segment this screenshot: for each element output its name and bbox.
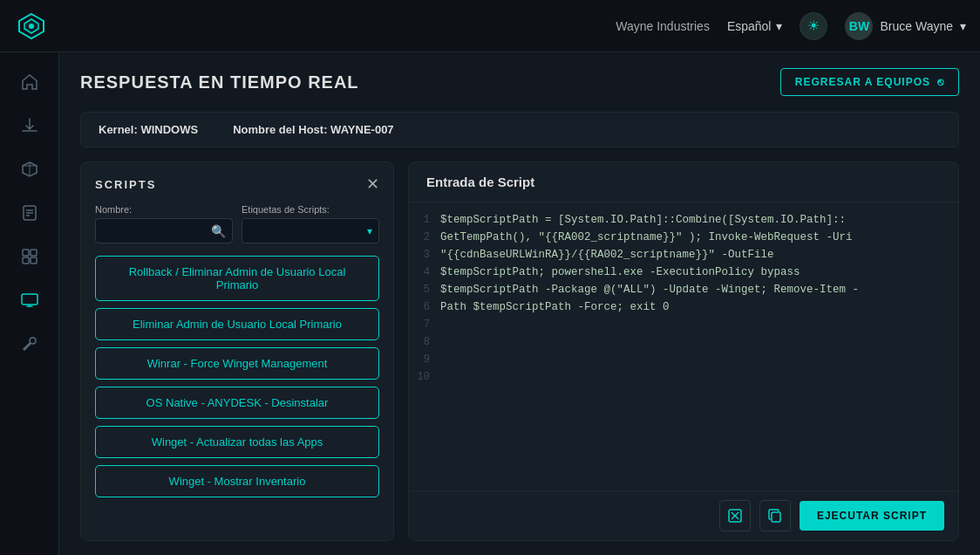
hostname-info: Nombre del Host: WAYNE-007 bbox=[233, 123, 393, 136]
script-item[interactable]: Winget - Mostrar Inventario bbox=[95, 465, 379, 497]
nombre-label: Nombre: bbox=[95, 204, 233, 215]
theme-toggle[interactable]: ☀ bbox=[800, 12, 827, 40]
chevron-down-icon: ▾ bbox=[960, 19, 966, 33]
etiquetas-label: Etiquetas de Scripts: bbox=[242, 204, 379, 215]
scripts-list: Rollback / Eliminar Admin de Usuario Loc… bbox=[95, 256, 379, 526]
line-number: 10 bbox=[409, 371, 440, 383]
line-number: 8 bbox=[409, 336, 440, 348]
code-line: 5$tempScriptPath -Package @("ALL") -Upda… bbox=[409, 283, 958, 300]
back-button[interactable]: REGRESAR A EQUIPOS ⎋ bbox=[780, 68, 959, 96]
sidebar-item-monitor[interactable] bbox=[10, 281, 49, 319]
language-label: Español bbox=[727, 19, 772, 33]
clear-button[interactable] bbox=[719, 500, 751, 531]
sidebar-item-download[interactable] bbox=[10, 106, 49, 145]
line-number: 9 bbox=[409, 353, 440, 366]
sidebar-item-cube[interactable] bbox=[10, 150, 49, 188]
svg-rect-10 bbox=[23, 250, 29, 256]
scripts-header: SCRIPTS ✕ bbox=[95, 176, 379, 192]
company-name: Wayne Industries bbox=[616, 19, 710, 33]
code-line: 4$tempScriptPath; powershell.exe -Execut… bbox=[409, 265, 958, 283]
code-line: 2GetTempPath(), "{{RA002_scriptname}}" )… bbox=[409, 230, 958, 248]
main-content: RESPUESTA EN TIEMPO REAL REGRESAR A EQUI… bbox=[59, 52, 980, 555]
sidebar bbox=[0, 52, 59, 555]
line-number: 3 bbox=[409, 249, 440, 261]
page-title: RESPUESTA EN TIEMPO REAL bbox=[80, 72, 359, 92]
page-header: RESPUESTA EN TIEMPO REAL REGRESAR A EQUI… bbox=[59, 52, 980, 112]
svg-point-2 bbox=[29, 24, 34, 29]
svg-rect-13 bbox=[31, 257, 37, 264]
filter-etiquetas: Etiquetas de Scripts: ▾ bbox=[242, 204, 379, 243]
line-content: Path $tempScriptPath -Force; exit 0 bbox=[440, 301, 670, 313]
sidebar-item-home[interactable] bbox=[10, 63, 49, 101]
user-name: Bruce Wayne bbox=[880, 19, 953, 33]
svg-rect-12 bbox=[23, 257, 29, 264]
scripts-filters: Nombre: 🔍 Etiquetas de Scripts: ▾ bbox=[95, 204, 379, 243]
nombre-input[interactable] bbox=[95, 218, 233, 243]
copy-button[interactable] bbox=[759, 500, 791, 531]
line-content: $tempScriptPath -Package @("ALL") -Updat… bbox=[440, 284, 859, 296]
line-content: $tempScriptPath = [System.IO.Path]::Comb… bbox=[440, 214, 846, 226]
script-item[interactable]: Winget - Actualizar todas las Apps bbox=[95, 426, 379, 458]
user-menu[interactable]: BW Bruce Wayne ▾ bbox=[845, 12, 966, 40]
svg-rect-20 bbox=[772, 512, 780, 522]
chevron-down-icon: ▾ bbox=[776, 19, 782, 33]
script-item[interactable]: Rollback / Eliminar Admin de Usuario Loc… bbox=[95, 256, 379, 301]
code-footer: EJECUTAR SCRIPT bbox=[409, 490, 958, 540]
avatar: BW bbox=[845, 12, 873, 40]
line-number: 2 bbox=[409, 231, 440, 243]
host-info-bar: Kernel: WINDOWS Nombre del Host: WAYNE-0… bbox=[80, 112, 959, 147]
kernel-info: Kernel: WINDOWS bbox=[99, 123, 198, 136]
sidebar-item-tools[interactable] bbox=[10, 325, 49, 363]
line-number: 1 bbox=[409, 214, 440, 226]
back-label: REGRESAR A EQUIPOS bbox=[795, 76, 930, 88]
hostname-value: WAYNE-007 bbox=[330, 123, 394, 136]
code-line: 8 bbox=[409, 335, 958, 353]
script-item[interactable]: Eliminar Admin de Usuario Local Primario bbox=[95, 308, 379, 340]
line-number: 6 bbox=[409, 301, 440, 313]
code-line: 6Path $tempScriptPath -Force; exit 0 bbox=[409, 300, 958, 318]
line-content: GetTempPath(), "{{RA002_scriptname}}" );… bbox=[440, 231, 853, 243]
script-item[interactable]: OS Native - ANYDESK - Desinstalar bbox=[95, 387, 379, 419]
script-item[interactable]: Winrar - Force Winget Management bbox=[95, 347, 379, 380]
language-selector[interactable]: Español ▾ bbox=[727, 19, 783, 33]
line-number: 7 bbox=[409, 319, 440, 331]
etiquetas-select[interactable] bbox=[242, 218, 379, 243]
code-editor[interactable]: 1$tempScriptPath = [System.IO.Path]::Com… bbox=[409, 202, 958, 490]
code-line: 9 bbox=[409, 353, 958, 370]
hostname-label: Nombre del Host: bbox=[233, 123, 330, 136]
scripts-title: SCRIPTS bbox=[95, 178, 156, 191]
execute-button[interactable]: EJECUTAR SCRIPT bbox=[800, 501, 944, 531]
close-button[interactable]: ✕ bbox=[366, 176, 379, 192]
sun-icon: ☀ bbox=[807, 17, 820, 34]
code-panel: Entrada de Script 1$tempScriptPath = [Sy… bbox=[408, 161, 959, 541]
code-line: 3"{{cdnBaseURLWinRA}}/{{RA002_scriptname… bbox=[409, 248, 958, 265]
app-logo bbox=[14, 9, 49, 44]
line-number: 5 bbox=[409, 284, 440, 296]
code-panel-header: Entrada de Script bbox=[409, 162, 958, 202]
kernel-label: Kernel: bbox=[99, 123, 140, 136]
exit-icon: ⎋ bbox=[937, 76, 944, 88]
two-col-layout: SCRIPTS ✕ Nombre: 🔍 Etiquetas de Scripts… bbox=[59, 161, 980, 555]
code-line: 10 bbox=[409, 370, 958, 387]
sidebar-item-grid[interactable] bbox=[10, 237, 49, 276]
scripts-panel: SCRIPTS ✕ Nombre: 🔍 Etiquetas de Scripts… bbox=[80, 161, 394, 541]
sidebar-item-tasks[interactable] bbox=[10, 194, 49, 232]
kernel-value: WINDOWS bbox=[140, 123, 198, 136]
svg-rect-11 bbox=[31, 250, 37, 256]
line-content: $tempScriptPath; powershell.exe -Executi… bbox=[440, 266, 800, 278]
line-number: 4 bbox=[409, 266, 440, 278]
code-line: 7 bbox=[409, 318, 958, 335]
line-content: "{{cdnBaseURLWinRA}}/{{RA002_scriptname}… bbox=[440, 249, 774, 261]
topbar: Wayne Industries Español ▾ ☀ BW Bruce Wa… bbox=[0, 0, 980, 52]
code-line: 1$tempScriptPath = [System.IO.Path]::Com… bbox=[409, 213, 958, 230]
svg-rect-14 bbox=[22, 294, 37, 305]
filter-nombre: Nombre: 🔍 bbox=[95, 204, 233, 243]
